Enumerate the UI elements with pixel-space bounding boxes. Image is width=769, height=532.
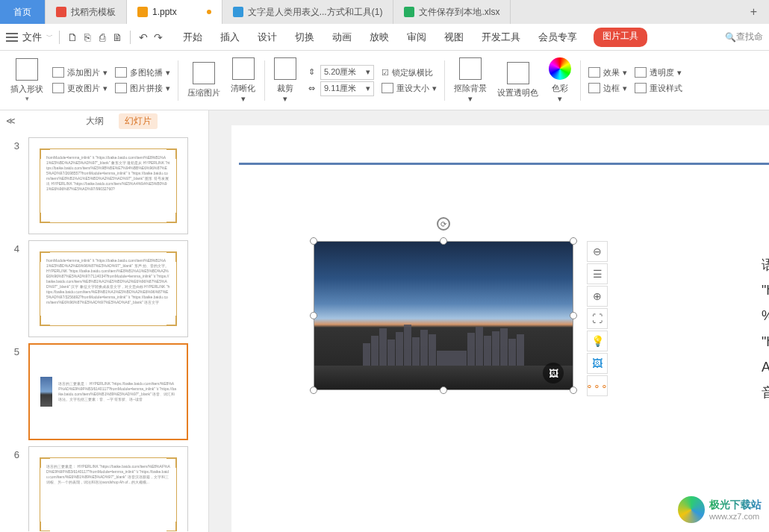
multi-rotate-button[interactable]: 多图轮播 ▾ bbox=[115, 66, 170, 80]
ribbon-tabs: 开始 插入 设计 切换 动画 放映 审阅 视图 开发工具 会员专享 图片工具 bbox=[181, 28, 647, 47]
resize-handle[interactable] bbox=[570, 387, 577, 394]
resize-handle[interactable] bbox=[310, 387, 317, 394]
zoom-in-icon[interactable]: ⊕ bbox=[587, 286, 608, 307]
slide-number: 4 bbox=[9, 240, 19, 337]
width-input[interactable]: 9.11厘米▾ bbox=[320, 81, 374, 96]
zoom-out-icon[interactable]: ⊖ bbox=[587, 241, 608, 262]
remove-bg-button[interactable]: 抠除背景 ▾ bbox=[449, 54, 491, 107]
tab-pptx[interactable]: 1.pptx bbox=[127, 0, 222, 24]
resize-handle[interactable] bbox=[440, 387, 447, 394]
insert-shape-button[interactable]: 插入形状▾ bbox=[6, 54, 48, 107]
tab-insert[interactable]: 插入 bbox=[219, 28, 241, 47]
layers-icon[interactable]: ☰ bbox=[587, 263, 608, 284]
border-icon bbox=[588, 83, 600, 93]
watermark-brand: 极光下载站 bbox=[709, 498, 762, 512]
unsaved-dot-icon bbox=[207, 10, 211, 14]
tab-show[interactable]: 放映 bbox=[368, 28, 390, 47]
resize-handle[interactable] bbox=[570, 312, 577, 319]
tab-start[interactable]: 开始 bbox=[181, 28, 204, 47]
export-icon[interactable]: ⎘ bbox=[81, 31, 94, 44]
effect-button[interactable]: 效果 ▾ bbox=[588, 66, 627, 80]
reset-style-icon bbox=[635, 83, 647, 93]
tab-home[interactable]: 首页 bbox=[0, 0, 46, 24]
clarity-button[interactable]: 清晰化 ▾ bbox=[226, 54, 260, 107]
outline-tab[interactable]: 大纲 bbox=[80, 113, 110, 129]
slide-text[interactable]: 语言的三要素是： "https://baike.ba %9F%B3/614011… bbox=[762, 252, 769, 405]
transparent-color-icon bbox=[507, 62, 529, 84]
compress-button[interactable]: 压缩图片 bbox=[183, 54, 225, 107]
picture-join-button[interactable]: 图片拼接 ▾ bbox=[115, 81, 170, 96]
slide-canvas[interactable]: ⟳ 🖼 ⊖ ☰ ⊕ bbox=[209, 110, 769, 532]
border-button[interactable]: 边框 ▾ bbox=[588, 81, 627, 96]
slide[interactable]: ⟳ 🖼 ⊖ ☰ ⊕ bbox=[231, 125, 769, 532]
preview-icon[interactable]: 🗎 bbox=[110, 31, 124, 44]
rotate-icon bbox=[115, 67, 127, 78]
height-input[interactable]: 5.20厘米▾ bbox=[320, 65, 374, 80]
resize-handle[interactable] bbox=[570, 237, 577, 245]
crop-button[interactable]: 裁剪 ▾ bbox=[270, 54, 301, 107]
reset-style-button[interactable]: 重设样式 bbox=[635, 81, 682, 96]
height-icon: ⇕ bbox=[305, 66, 317, 78]
lock-ratio-checkbox[interactable]: ☑ 锁定纵横比 bbox=[382, 66, 437, 80]
resize-handle[interactable] bbox=[310, 237, 317, 245]
ribbon: 插入形状▾ 添加图片 ▾ 更改图片 ▾ 多图轮播 ▾ 图片拼接 ▾ 压缩图片 清… bbox=[0, 51, 769, 110]
redo-icon[interactable]: ↷ bbox=[152, 31, 165, 44]
add-picture-button[interactable]: 添加图片 ▾ bbox=[52, 66, 108, 80]
thumbnails[interactable]: 3 fromModule=lemma_inlink" \t "https://b… bbox=[0, 131, 208, 531]
change-picture-button[interactable]: 更改图片 ▾ bbox=[52, 81, 108, 96]
transparency-button[interactable]: 透明度 ▾ bbox=[635, 66, 682, 80]
tab-view[interactable]: 视图 bbox=[443, 28, 465, 47]
print-icon[interactable]: ⎙ bbox=[96, 31, 109, 44]
transparent-color-button[interactable]: 设置透明色 bbox=[493, 54, 543, 107]
slide-thumb-3[interactable]: fromModule=lemma_inlink" \t "https://bai… bbox=[28, 137, 188, 234]
slide-number: 6 bbox=[9, 446, 19, 531]
slide-number: 3 bbox=[9, 137, 19, 234]
floating-toolbar: ⊖ ☰ ⊕ ⛶ 💡 🖼 ∘∘∘ bbox=[587, 241, 609, 396]
slide-thumb-4[interactable]: fromModule=lemma_inlink" \t "https://bai… bbox=[28, 240, 188, 337]
skyline-graphic bbox=[314, 321, 573, 366]
tab-design[interactable]: 设计 bbox=[256, 28, 278, 47]
logo-icon bbox=[678, 496, 705, 523]
tab-picture-tools[interactable]: 图片工具 bbox=[594, 28, 647, 47]
selected-image[interactable]: ⟳ 🖼 bbox=[314, 241, 573, 390]
crop-icon bbox=[274, 57, 296, 80]
decorative-line bbox=[239, 163, 769, 165]
slide-panel: ≪ 大纲 幻灯片 3 fromModule=lemma_inlink" \t "… bbox=[0, 110, 209, 532]
search-button[interactable]: 🔍 查找命 bbox=[725, 31, 763, 43]
docer-icon bbox=[56, 7, 66, 17]
color-button[interactable]: 色彩 ▾ bbox=[544, 54, 576, 107]
file-menu[interactable]: 文件 bbox=[22, 31, 42, 44]
rotate-handle-icon[interactable]: ⟳ bbox=[437, 217, 450, 231]
more-icon[interactable]: ∘∘∘ bbox=[587, 375, 608, 396]
tab-animation[interactable]: 动画 bbox=[331, 28, 353, 47]
tab-transition[interactable]: 切换 bbox=[293, 28, 316, 47]
shape-icon bbox=[16, 58, 38, 81]
menu-icon[interactable] bbox=[6, 33, 18, 42]
ppt-icon bbox=[137, 7, 148, 17]
slide-thumb-5[interactable]: 语言的三要素是： HYPERLINK "https://baike.baidu.… bbox=[28, 343, 188, 440]
tab-xlsx[interactable]: 文件保存到本地.xlsx bbox=[393, 0, 511, 24]
image-tool-icon[interactable]: 🖼 bbox=[587, 353, 608, 374]
reset-size-button[interactable]: 重设大小 ▾ bbox=[382, 81, 437, 96]
tab-devtools[interactable]: 开发工具 bbox=[480, 28, 522, 47]
tab-review[interactable]: 审阅 bbox=[405, 28, 428, 47]
new-tab-button[interactable]: + bbox=[738, 5, 769, 19]
idea-icon[interactable]: 💡 bbox=[587, 331, 608, 351]
thumb-image-icon bbox=[40, 377, 52, 407]
add-picture-icon bbox=[52, 67, 64, 78]
doc-icon bbox=[233, 7, 243, 17]
xls-icon bbox=[404, 7, 414, 17]
slide-thumb-6[interactable]: 语言的三要素是： HYPERLINK "https://baike.baidu.… bbox=[28, 446, 188, 531]
resize-handle[interactable] bbox=[310, 312, 317, 319]
tab-templates[interactable]: 找稻壳模板 bbox=[46, 0, 127, 24]
resize-handle[interactable] bbox=[440, 237, 447, 245]
tab-doc[interactable]: 文字是人类用表义...方式和工具(1) bbox=[222, 0, 394, 24]
save-icon[interactable]: 🗋 bbox=[66, 31, 79, 44]
crop-tool-icon[interactable]: ⛶ bbox=[587, 308, 608, 329]
undo-icon[interactable]: ↶ bbox=[137, 31, 150, 44]
tab-vip[interactable]: 会员专享 bbox=[537, 28, 579, 47]
remove-bg-icon bbox=[459, 57, 482, 80]
slides-tab[interactable]: 幻灯片 bbox=[119, 113, 158, 129]
image-overlay-icon[interactable]: 🖼 bbox=[543, 363, 564, 384]
collapse-panel-icon[interactable]: ≪ bbox=[6, 116, 16, 126]
